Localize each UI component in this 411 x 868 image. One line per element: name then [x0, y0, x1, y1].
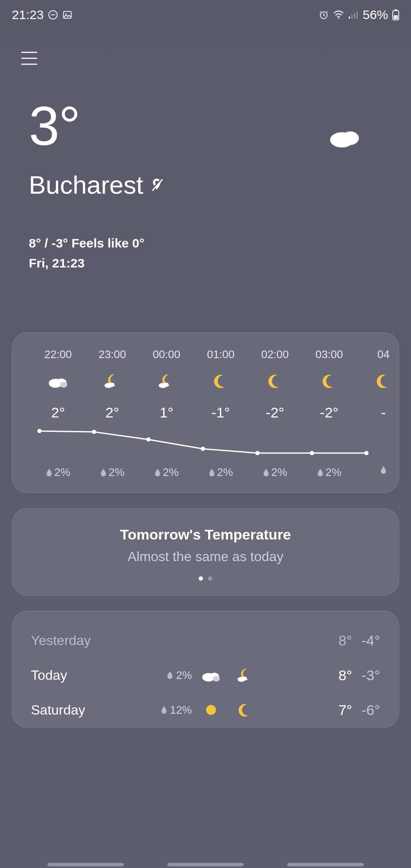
hour-col[interactable]: 22:00 2° [31, 348, 85, 425]
hour-temp: -1° [211, 404, 230, 421]
svg-point-36 [242, 676, 247, 681]
hour-precip [380, 466, 387, 474]
hourly-sparkline [31, 425, 380, 461]
svg-rect-9 [356, 11, 358, 19]
summary-block: 8° / -3° Feels like 0° Fri, 21:23 [29, 234, 382, 273]
day-row[interactable]: Today 2% 8°-3° [31, 658, 380, 693]
day-icon-1 [196, 667, 226, 684]
nav-back[interactable] [287, 863, 364, 866]
hour-col[interactable]: 02:00 -2° [248, 348, 302, 425]
hour-precip-col: 2% [302, 461, 356, 479]
hour-col[interactable]: 03:00 -2° [302, 348, 356, 425]
day-high: 7° [339, 702, 353, 718]
svg-point-25 [37, 429, 42, 433]
hour-precip-col: 2% [85, 461, 139, 479]
day-icon-2 [230, 667, 260, 684]
hourly-scroll[interactable]: 22:00 2° 23:00 2° 00:00 1° 01:00 -1° 02:… [12, 348, 399, 425]
hour-temp: 2° [51, 404, 65, 421]
status-time: 21:23 [12, 8, 44, 22]
hour-temp: -2° [266, 404, 284, 421]
hour-weather-icon [266, 370, 284, 392]
tomorrow-title: Tomorrow's Temperature [12, 526, 399, 543]
day-low: -3° [361, 667, 380, 684]
tomorrow-card[interactable]: Tomorrow's Temperature Almost the same a… [12, 508, 399, 595]
hour-precip: 2% [154, 466, 179, 479]
alarm-icon [319, 10, 329, 20]
day-icon-2 [230, 701, 260, 718]
hour-precip-col: 2% [248, 461, 302, 479]
hour-precip: 2% [317, 466, 342, 479]
day-name: Today [31, 668, 124, 683]
nav-home[interactable] [167, 863, 244, 866]
location-off-icon [149, 177, 164, 194]
svg-rect-8 [354, 13, 355, 19]
hour-time: 23:00 [98, 348, 126, 361]
hour-precip: 2% [100, 466, 125, 479]
hour-col[interactable]: 04 - [356, 348, 399, 425]
menu-button[interactable] [21, 47, 42, 69]
hour-precip-col: 2% [139, 461, 194, 479]
svg-point-28 [201, 447, 205, 451]
hour-time: 00:00 [153, 348, 180, 361]
day-low: -6° [361, 702, 380, 718]
page-dots [12, 576, 399, 581]
hour-temp: 1° [160, 404, 174, 421]
picture-icon [62, 10, 72, 20]
day-icon-1 [196, 701, 226, 718]
date-time: Fri, 21:23 [29, 253, 382, 273]
svg-point-20 [60, 382, 67, 388]
daily-card[interactable]: Yesterday 8°-4° Today 2% 8°-3° Saturday … [12, 611, 399, 728]
hour-time: 02:00 [261, 348, 289, 361]
svg-point-22 [108, 383, 114, 387]
hour-col[interactable]: 01:00 -1° [194, 348, 248, 425]
svg-point-30 [310, 451, 314, 455]
svg-rect-2 [64, 11, 71, 18]
hour-col[interactable]: 23:00 2° [85, 348, 139, 425]
svg-point-5 [338, 17, 339, 19]
signal-icon [348, 11, 358, 19]
day-name: Saturday [31, 702, 124, 718]
svg-point-26 [92, 430, 96, 434]
hour-weather-icon [212, 370, 230, 392]
status-bar: 21:23 56% [0, 0, 411, 26]
dot-2 [208, 576, 212, 581]
day-high: 8° [339, 667, 353, 684]
day-name: Yesterday [31, 633, 124, 648]
day-row[interactable]: Yesterday 8°-4° [31, 623, 380, 658]
day-high: 8° [339, 632, 353, 649]
hour-time: 22:00 [44, 348, 72, 361]
hour-weather-icon [103, 370, 121, 392]
hour-weather-icon [320, 370, 338, 392]
dot-1 [199, 576, 203, 581]
day-precip: 2% [128, 669, 192, 682]
svg-point-27 [146, 437, 150, 442]
android-navbar[interactable] [0, 863, 411, 866]
hour-weather-icon [47, 370, 69, 392]
svg-point-31 [364, 451, 369, 455]
svg-point-24 [163, 383, 169, 387]
day-row[interactable]: Saturday 12% 7°-6° [31, 693, 380, 727]
hour-temp: -2° [320, 404, 339, 421]
hour-precip-col: 2% [31, 461, 85, 479]
nav-recent[interactable] [47, 863, 124, 866]
hour-precip-col [356, 461, 399, 479]
wifi-icon [333, 10, 344, 19]
hour-col[interactable]: 00:00 1° [139, 348, 194, 425]
svg-rect-7 [351, 15, 353, 19]
status-left: 21:23 [12, 8, 72, 22]
svg-point-34 [213, 676, 220, 682]
day-temps: 8°-3° [264, 667, 380, 684]
hero-section: 3° Bucharest 8° / -3° Feels like 0° Fri,… [12, 98, 399, 273]
temp-range: 8° / -3° Feels like 0° [29, 234, 382, 253]
hour-time: 04 [378, 348, 390, 361]
hour-weather-icon [158, 370, 175, 392]
city-name: Bucharest [29, 170, 143, 200]
hourly-card[interactable]: 22:00 2° 23:00 2° 00:00 1° 01:00 -1° 02:… [12, 332, 399, 493]
svg-point-37 [206, 705, 216, 715]
hour-precip: 2% [208, 466, 233, 479]
tomorrow-subtitle: Almost the same as today [12, 549, 399, 565]
battery-icon [392, 9, 399, 20]
battery-percent: 56% [363, 8, 388, 22]
hour-time: 01:00 [207, 348, 234, 361]
hour-weather-icon [375, 370, 392, 392]
